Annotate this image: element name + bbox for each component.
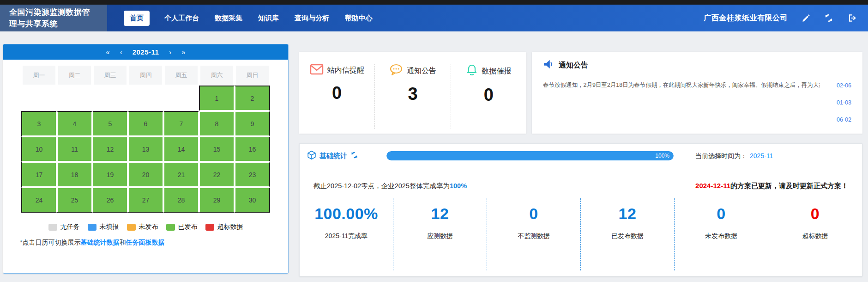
notice-date: 01-03 — [837, 99, 851, 106]
calendar-empty-cell — [128, 86, 163, 111]
quick-stat-head: 通知公告 — [375, 64, 450, 78]
nav-item-knowledge[interactable]: 知识库 — [257, 11, 280, 26]
notice-row[interactable]: 春节放假通知，2月9日至2月18日为春节假期，在此期间祝大家新年快乐，阖家幸福。… — [543, 77, 851, 94]
company-name: 广西金桂浆纸业有限公司 — [704, 13, 788, 23]
selected-time-label: 当前选择时间为： — [695, 152, 747, 159]
calendar-header: « ‹ 2025-11 › » — [3, 44, 288, 60]
stat-value: 0 — [675, 205, 768, 223]
calendar-month-title: 2025-11 — [133, 48, 159, 56]
calendar-grid: 1234567891011121314151617181920212223242… — [21, 86, 270, 213]
nav-item-workbench[interactable]: 个人工作台 — [163, 11, 200, 26]
legend-swatch — [166, 224, 175, 231]
calendar-day[interactable]: 20 — [128, 162, 163, 187]
calendar-day[interactable]: 14 — [163, 136, 199, 162]
calendar-day[interactable]: 5 — [92, 111, 128, 136]
edit-icon[interactable] — [801, 13, 811, 23]
calendar-legend: 无任务未填报未发布已发布超标数据 — [3, 223, 288, 231]
basic-stats-link[interactable]: 基础统计数据 — [80, 239, 119, 246]
calendar-day[interactable]: 4 — [57, 111, 92, 136]
calendar-day[interactable]: 23 — [235, 162, 270, 187]
next-month-button[interactable]: › — [169, 49, 171, 55]
prev-year-button[interactable]: « — [106, 49, 109, 55]
quick-stat-head: 站内信提醒 — [299, 64, 374, 77]
legend-label: 已发布 — [178, 223, 198, 231]
calendar-day[interactable]: 7 — [163, 111, 199, 136]
calendar-day[interactable]: 2 — [235, 86, 270, 111]
calendar-day[interactable]: 19 — [92, 162, 128, 187]
top-navbar: 全国污染源监测数据管理与共享系统 首页个人工作台数据采集知识库查询与分析帮助中心… — [0, 5, 868, 31]
quick-stat-label: 通知公告 — [407, 66, 436, 76]
selected-time-value[interactable]: 2025-11 — [750, 152, 773, 159]
weekday-label: 周六 — [199, 66, 235, 85]
nav-menu: 首页个人工作台数据采集知识库查询与分析帮助中心 — [124, 5, 374, 31]
basic-stats-header: 基础统计 — [307, 150, 358, 162]
calendar-panel: « ‹ 2025-11 › » 周一周二周三周四周五周六周日 123456789… — [3, 44, 289, 274]
plan-update-alert: 2024-12-11的方案已更新，请及时更新正式方案！ — [695, 182, 848, 190]
calendar-day[interactable]: 26 — [92, 187, 128, 213]
quick-stat-label: 数据催报 — [482, 67, 511, 76]
progress-percent-label: 100% — [655, 153, 669, 159]
calendar-day[interactable]: 29 — [199, 187, 235, 213]
stat-label: 未发布数据 — [675, 232, 768, 240]
notice-title-row: 通知公告 — [543, 59, 851, 71]
quick-stat-站内信提醒[interactable]: 站内信提醒0 — [299, 64, 374, 129]
calendar-day[interactable]: 25 — [57, 187, 92, 213]
calendar-empty-cell — [57, 86, 92, 111]
quick-stat-value: 0 — [451, 85, 526, 105]
stat-超标数据: 0超标数据 — [768, 198, 862, 270]
stat-value: 0 — [487, 205, 580, 223]
notice-row[interactable]: 01-03 — [543, 94, 851, 111]
alert-date: 2024-12-11 — [695, 182, 730, 190]
quick-stat-value: 3 — [375, 84, 450, 104]
calendar-day[interactable]: 11 — [57, 136, 92, 162]
completion-progress-bar: 100% — [386, 151, 674, 160]
refresh-icon[interactable] — [824, 13, 834, 23]
calendar-day[interactable]: 15 — [199, 136, 235, 162]
calendar-day[interactable]: 9 — [235, 111, 270, 136]
quick-stat-label: 站内信提醒 — [327, 66, 364, 75]
calendar-day[interactable]: 6 — [128, 111, 163, 136]
calendar-day[interactable]: 12 — [92, 136, 128, 162]
calendar-empty-cell — [163, 86, 199, 111]
quick-stat-通知公告[interactable]: 通知公告3 — [374, 64, 450, 129]
nav-item-data-collect[interactable]: 数据采集 — [214, 11, 243, 26]
notice-row[interactable]: 06-02 — [543, 111, 851, 128]
calendar-day[interactable]: 8 — [199, 111, 235, 136]
calendar-day[interactable]: 16 — [235, 136, 270, 162]
quick-stat-数据催报[interactable]: 数据催报0 — [451, 64, 526, 129]
calendar-day[interactable]: 10 — [21, 136, 57, 162]
basic-stats-title: 基础统计 — [319, 152, 347, 160]
calendar-day[interactable]: 18 — [57, 162, 92, 187]
refresh-stats-icon[interactable] — [350, 151, 358, 161]
weekday-label: 周日 — [235, 66, 270, 85]
selected-time-row: 当前选择时间为：2025-11 — [695, 152, 773, 160]
logout-icon[interactable] — [847, 13, 857, 23]
calendar-day[interactable]: 22 — [199, 162, 235, 187]
weekday-row: 周一周二周三周四周五周六周日 — [21, 66, 270, 85]
stat-不监测数据: 0不监测数据 — [487, 198, 581, 270]
prev-month-button[interactable]: ‹ — [120, 49, 122, 55]
footnote-prefix: *点击日历可切换展示 — [20, 239, 80, 246]
calendar-day[interactable]: 17 — [21, 162, 57, 187]
comment-icon — [389, 64, 403, 78]
calendar-footnote: *点击日历可切换展示基础统计数据和任务面板数据 — [20, 239, 288, 247]
nav-item-home[interactable]: 首页 — [124, 11, 150, 26]
legend-item: 已发布 — [166, 223, 198, 231]
calendar-day[interactable]: 1 — [199, 86, 235, 111]
nav-item-query-analysis[interactable]: 查询与分析 — [294, 11, 330, 26]
next-year-button[interactable]: » — [181, 49, 185, 55]
calendar-day[interactable]: 28 — [163, 187, 199, 213]
calendar-day[interactable]: 21 — [163, 162, 199, 187]
calendar-day[interactable]: 3 — [21, 111, 57, 136]
nav-item-help-center[interactable]: 帮助中心 — [344, 11, 374, 26]
calendar-day[interactable]: 27 — [128, 187, 163, 213]
progress-fill: 100% — [386, 151, 674, 160]
task-panel-link[interactable]: 任务面板数据 — [126, 239, 164, 246]
calendar-day[interactable]: 24 — [21, 187, 57, 213]
stat-2025-11完成率: 100.00%2025-11完成率 — [300, 198, 393, 270]
weekday-label: 周五 — [163, 66, 199, 85]
quick-stats-panel: 站内信提醒0通知公告3数据催报0 — [299, 52, 526, 134]
calendar-day[interactable]: 13 — [128, 136, 163, 162]
app-logo-title: 全国污染源监测数据管理与共享系统 — [0, 5, 107, 31]
calendar-day[interactable]: 30 — [235, 187, 270, 213]
